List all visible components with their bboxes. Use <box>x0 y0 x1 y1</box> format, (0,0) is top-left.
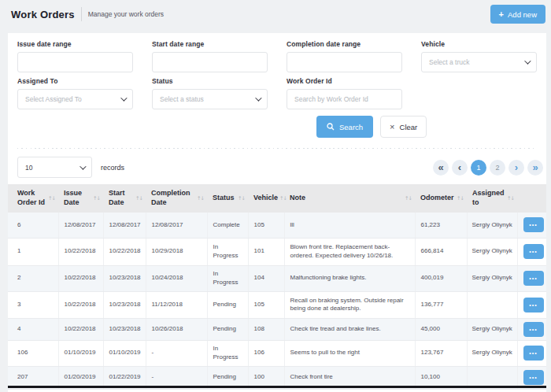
cell-note: Check tire tread and brake lines. <box>284 318 415 340</box>
pagination-next[interactable]: › <box>508 160 524 176</box>
sort-icon[interactable]: ↑↓ <box>238 195 245 202</box>
filter-actions: Search × Clear <box>316 116 546 147</box>
sort-icon[interactable]: ↑↓ <box>197 195 204 202</box>
column-header[interactable]: Issue Date↑↓ <box>58 184 103 213</box>
sort-icon[interactable]: ↑↓ <box>279 195 287 202</box>
issue-date-range-input[interactable] <box>17 52 133 72</box>
vehicle-select[interactable]: Select a truck <box>421 52 537 72</box>
pagination-last[interactable]: » <box>527 160 543 176</box>
records-per-page-select[interactable]: 10 <box>17 157 92 178</box>
start-date-range-input[interactable] <box>152 52 268 72</box>
page-subtitle: Manage your work orders <box>88 10 164 18</box>
chevron-down-icon <box>80 163 86 169</box>
cell-assigned-to <box>467 291 517 318</box>
sort-icon[interactable]: ↑↓ <box>135 195 142 202</box>
cell-actions: ••• <box>517 318 546 340</box>
pagination-first[interactable]: « <box>433 160 449 176</box>
table-row: 210/22/201810/23/201810/24/2018In Progre… <box>8 265 546 291</box>
clear-button[interactable]: × Clear <box>380 116 427 138</box>
cell-status: In Progress <box>207 238 248 265</box>
cell-status: Complete <box>207 213 248 238</box>
close-icon: × <box>390 122 394 131</box>
row-actions-button[interactable]: ••• <box>523 217 544 232</box>
issue-date-range-field[interactable] <box>25 58 125 66</box>
cell-status: Pending <box>207 318 248 340</box>
issue-date-range-label: Issue date range <box>17 40 133 48</box>
assigned-to-label: Assigned To <box>17 77 133 85</box>
cell-note: lll <box>284 213 415 238</box>
work-order-id-field[interactable] <box>294 95 394 103</box>
filters-panel: Issue date range Start date range Comple… <box>8 33 546 109</box>
column-header[interactable]: Odometer↑↓ <box>415 184 467 213</box>
pagination-prev[interactable]: ‹ <box>452 160 468 176</box>
add-new-button[interactable]: + Add new <box>490 5 545 24</box>
sort-icon[interactable]: ↑↓ <box>457 195 464 202</box>
column-header[interactable]: Status↑↓ <box>207 184 248 213</box>
column-header[interactable]: Vehicle↑↓ <box>248 184 284 213</box>
cell-issue-date: 12/08/2017 <box>58 213 103 238</box>
chevron-down-icon <box>524 57 531 64</box>
status-select[interactable]: Select a status <box>152 89 268 109</box>
search-icon <box>327 123 335 131</box>
pagination-page-2[interactable]: 2 <box>490 160 505 176</box>
row-actions-button[interactable]: ••• <box>523 346 544 361</box>
chevron-down-icon <box>255 94 261 101</box>
sort-icon[interactable]: ↑↓ <box>507 195 514 202</box>
cell-start-date: 10/23/2018 <box>103 291 146 318</box>
completion-date-range-field[interactable] <box>294 58 394 66</box>
cell-work-order-id: 2 <box>8 265 58 291</box>
column-header[interactable]: Start Date↑↓ <box>103 184 146 213</box>
cell-odometer: 666,814 <box>415 238 467 265</box>
search-button[interactable]: Search <box>316 116 373 138</box>
cell-start-date: 10/22/2018 <box>103 238 146 265</box>
cell-issue-date: 10/22/2018 <box>58 238 103 265</box>
cell-issue-date: 10/22/2018 <box>58 291 103 318</box>
title-divider <box>81 7 82 21</box>
cell-status: In Progress <box>207 340 248 366</box>
column-header[interactable]: Completion Date↑↓ <box>146 184 207 213</box>
row-actions-button[interactable]: ••• <box>523 298 544 312</box>
cell-status: Pending <box>207 291 248 318</box>
chevron-down-icon <box>120 94 127 101</box>
filter-issue-date-range: Issue date range <box>17 40 133 72</box>
bottom-scrollbar[interactable] <box>8 386 546 388</box>
cell-note: Blown front tire. Replacement back-order… <box>284 238 415 265</box>
filter-start-date-range: Start date range <box>152 40 268 72</box>
cell-status: In Progress <box>207 265 248 291</box>
row-actions-button[interactable]: ••• <box>523 271 544 286</box>
row-actions-button[interactable]: ••• <box>523 244 544 259</box>
work-orders-table: Work Order Id↑↓Issue Date↑↓Start Date↑↓C… <box>8 184 546 390</box>
row-actions-button[interactable]: ••• <box>523 322 544 337</box>
page-title: Work Orders <box>11 9 75 20</box>
cell-issue-date: 01/10/2019 <box>58 340 103 366</box>
cell-assigned-to: Sergiy Oliynyk <box>467 318 517 340</box>
row-actions-button[interactable]: ••• <box>523 370 544 385</box>
cell-odometer: 400,019 <box>415 265 467 291</box>
completion-date-range-input[interactable] <box>287 52 402 72</box>
column-header[interactable]: Note↑↓ <box>284 184 415 213</box>
column-header[interactable]: Work Order Id↑↓ <box>8 184 58 213</box>
table-row: 612/08/201712/08/201712/08/2017Complete1… <box>8 213 546 238</box>
cell-vehicle: 105 <box>248 291 284 318</box>
cell-vehicle: 106 <box>248 340 284 366</box>
cell-odometer: 45,000 <box>415 318 467 340</box>
column-header[interactable]: Assigned to↑↓ <box>467 184 517 213</box>
work-order-id-input[interactable] <box>287 89 402 109</box>
cell-assigned-to: Sergiy Oliynyk <box>467 238 517 265</box>
sort-icon[interactable]: ↑↓ <box>405 195 412 202</box>
assigned-to-select[interactable]: Select Assigned To <box>17 89 133 109</box>
work-order-id-label: Work Order Id <box>287 77 402 85</box>
sort-icon[interactable]: ↑↓ <box>48 195 55 202</box>
cell-note: Malfunctioning brake lights. <box>284 265 415 291</box>
cell-work-order-id: 3 <box>8 291 58 318</box>
records-label: records <box>101 164 124 172</box>
cell-completion-date: 11/12/2018 <box>146 291 207 318</box>
pagination-page-1[interactable]: 1 <box>471 160 486 176</box>
completion-date-range-label: Completion date range <box>287 40 402 48</box>
cell-odometer: 136,777 <box>415 291 467 318</box>
sort-icon[interactable]: ↑↓ <box>93 195 100 202</box>
start-date-range-field[interactable] <box>160 58 260 66</box>
cell-completion-date: 10/24/2018 <box>146 265 207 291</box>
cell-note: Recall on braking system. Outside repair… <box>284 291 415 318</box>
cell-start-date: 01/10/2019 <box>103 340 146 366</box>
